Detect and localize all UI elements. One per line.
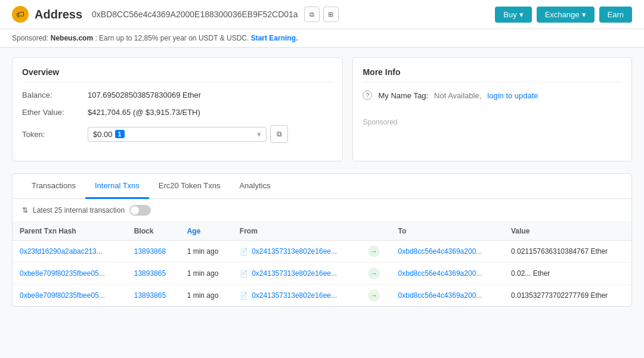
qr-code-button[interactable]: ⊞ xyxy=(323,7,339,22)
value-cell: 0.013532773702277769 Ether xyxy=(504,285,631,307)
token-label: Token: xyxy=(22,130,88,139)
not-available-text: Not Available, xyxy=(434,91,481,100)
to-cell: 0xbd8cc56e4c4369a200... xyxy=(391,263,504,285)
txn-hash-link[interactable]: 0xbe8e709f80235fbee05... xyxy=(20,269,105,278)
main-content: Overview Balance: 107.695028503857830069… xyxy=(0,48,644,316)
txn-table: Parent Txn Hash Block Age From To Value … xyxy=(13,222,631,306)
from-cell: 📄 0x241357313e802e16ee... xyxy=(233,241,361,263)
sponsored-label: Sponsored: xyxy=(12,34,48,42)
ether-value: $421,704.65 (@ $3,915.73/ETH) xyxy=(88,108,200,117)
to-cell: 0xbd8cc56e4c4369a200... xyxy=(391,285,504,307)
balance-value: 107.695028503857830069 Ether xyxy=(88,91,201,99)
col-arrow xyxy=(361,222,391,241)
block-link[interactable]: 13893868 xyxy=(134,247,166,256)
overview-card: Overview Balance: 107.695028503857830069… xyxy=(12,57,343,161)
col-age: Age xyxy=(180,222,233,241)
block-cell: 13893865 xyxy=(127,263,180,285)
ether-value-label: Ether Value: xyxy=(22,108,88,117)
copy-address-button[interactable]: ⧉ xyxy=(304,7,320,22)
col-to: To xyxy=(391,222,504,241)
toggle-switch[interactable] xyxy=(129,205,151,216)
token-row: Token: $0.00 1 $0.00 ▾ ⧉ xyxy=(22,125,333,143)
from-cell: 📄 0x241357313e802e16ee... xyxy=(233,263,361,285)
help-icon[interactable]: ? xyxy=(363,91,372,100)
tab-analytics[interactable]: Analytics xyxy=(230,174,280,199)
arrow-cell: → xyxy=(361,263,391,285)
header-actions: Buy ▾ Exchange ▾ Earn xyxy=(495,7,632,23)
filter-label: Latest 25 internal transaction xyxy=(33,206,125,214)
col-value: Value xyxy=(504,222,631,241)
table-header-row: Parent Txn Hash Block Age From To Value xyxy=(13,222,631,241)
earn-button[interactable]: Earn xyxy=(599,7,632,23)
login-to-update-link[interactable]: login to update xyxy=(487,91,538,100)
value-cell: 0.02... Ether xyxy=(504,263,631,285)
more-info-card: More Info ? My Name Tag: Not Available, … xyxy=(352,57,632,161)
page-title: Address xyxy=(35,8,82,21)
col-parent-txn-hash: Parent Txn Hash xyxy=(13,222,127,241)
from-cell: 📄 0x241357313e802e16ee... xyxy=(233,285,361,307)
txn-hash-link[interactable]: 0x23fd16290a2abac213... xyxy=(20,247,103,256)
logo-icon: 🏷 xyxy=(12,6,29,23)
tab-internal-txns[interactable]: Internal Txns xyxy=(85,174,149,199)
token-copy-button[interactable]: ⧉ xyxy=(270,125,288,143)
col-block: Block xyxy=(127,222,180,241)
token-selector-row: $0.00 1 $0.00 ▾ ⧉ xyxy=(88,125,288,143)
direction-arrow-icon: → xyxy=(368,245,380,257)
block-link[interactable]: 13893865 xyxy=(134,269,166,278)
txn-controls: ⇅ Latest 25 internal transaction xyxy=(13,199,631,222)
txn-hash-cell: 0x23fd16290a2abac213... xyxy=(13,241,127,263)
address-text: 0xBD8CC56e4c4369A2000E188300036EB9F52CD0… xyxy=(92,10,298,19)
tab-erc20-token-txns[interactable]: Erc20 Token Txns xyxy=(149,174,230,199)
to-cell: 0xbd8cc56e4c4369a200... xyxy=(391,241,504,263)
sponsored-bar: Sponsored: Nebeus.com : Earn up to 12,85… xyxy=(0,29,644,48)
header-left: 🏷 Address 0xBD8CC56e4c4369A2000E18830003… xyxy=(12,6,339,23)
txn-hash-link[interactable]: 0xbe8e709f80235fbee05... xyxy=(20,291,105,300)
filter-icon: ⇅ xyxy=(22,206,28,214)
arrow-cell: → xyxy=(361,285,391,307)
from-file-icon: 📄 xyxy=(240,270,248,277)
block-cell: 13893865 xyxy=(127,285,180,307)
header-icons: ⧉ ⊞ xyxy=(304,7,339,22)
txn-hash-cell: 0xbe8e709f80235fbee05... xyxy=(13,263,127,285)
buy-chevron-icon: ▾ xyxy=(519,10,524,19)
balance-label: Balance: xyxy=(22,91,88,99)
block-cell: 13893868 xyxy=(127,241,180,263)
table-row: 0xbe8e709f80235fbee05... 13893865 1 min … xyxy=(13,285,631,307)
col-from: From xyxy=(233,222,361,241)
age-cell: 1 min ago xyxy=(180,285,233,307)
to-link[interactable]: 0xbd8cc56e4c4369a200... xyxy=(398,247,482,256)
sponsor-cta-link[interactable]: Start Earning. xyxy=(251,34,298,42)
transactions-section: Transactions Internal Txns Erc20 Token T… xyxy=(12,173,632,307)
ether-value-row: Ether Value: $421,704.65 (@ $3,915.73/ET… xyxy=(22,108,333,117)
tab-transactions[interactable]: Transactions xyxy=(22,174,85,199)
sponsored-footer-label: Sponsored xyxy=(363,118,622,126)
arrow-cell: → xyxy=(361,241,391,263)
to-link[interactable]: 0xbd8cc56e4c4369a200... xyxy=(398,291,482,300)
from-link[interactable]: 0x241357313e802e16ee... xyxy=(252,269,337,278)
overview-title: Overview xyxy=(22,67,333,82)
block-link[interactable]: 13893865 xyxy=(134,291,166,300)
exchange-chevron-icon: ▾ xyxy=(582,10,586,19)
name-tag-label: My Name Tag: xyxy=(378,91,428,100)
more-info-title: More Info xyxy=(363,67,622,82)
name-tag-row: ? My Name Tag: Not Available, login to u… xyxy=(363,91,622,100)
txn-hash-cell: 0xbe8e709f80235fbee05... xyxy=(13,285,127,307)
direction-arrow-icon: → xyxy=(368,267,380,279)
balance-row: Balance: 107.695028503857830069 Ether xyxy=(22,91,333,99)
to-link[interactable]: 0xbd8cc56e4c4369a200... xyxy=(398,269,482,278)
sponsor-message: : Earn up to 12,85% per year on USDT & U… xyxy=(95,34,249,42)
exchange-button[interactable]: Exchange ▾ xyxy=(537,7,595,23)
buy-button[interactable]: Buy ▾ xyxy=(495,7,531,23)
table-row: 0xbe8e709f80235fbee05... 13893865 1 min … xyxy=(13,263,631,285)
from-link[interactable]: 0x241357313e802e16ee... xyxy=(252,291,337,300)
from-link[interactable]: 0x241357313e802e16ee... xyxy=(252,247,337,256)
table-row: 0x23fd16290a2abac213... 13893868 1 min a… xyxy=(13,241,631,263)
token-select-wrapper: $0.00 1 $0.00 ▾ xyxy=(88,127,267,142)
age-cell: 1 min ago xyxy=(180,241,233,263)
from-file-icon: 📄 xyxy=(240,248,248,255)
sponsor-site: Nebeus.com xyxy=(51,34,93,42)
value-cell: 0.021157636310384767 Ether xyxy=(504,241,631,263)
tabs: Transactions Internal Txns Erc20 Token T… xyxy=(13,174,631,199)
direction-arrow-icon: → xyxy=(368,289,380,301)
cards-row: Overview Balance: 107.695028503857830069… xyxy=(12,57,632,161)
